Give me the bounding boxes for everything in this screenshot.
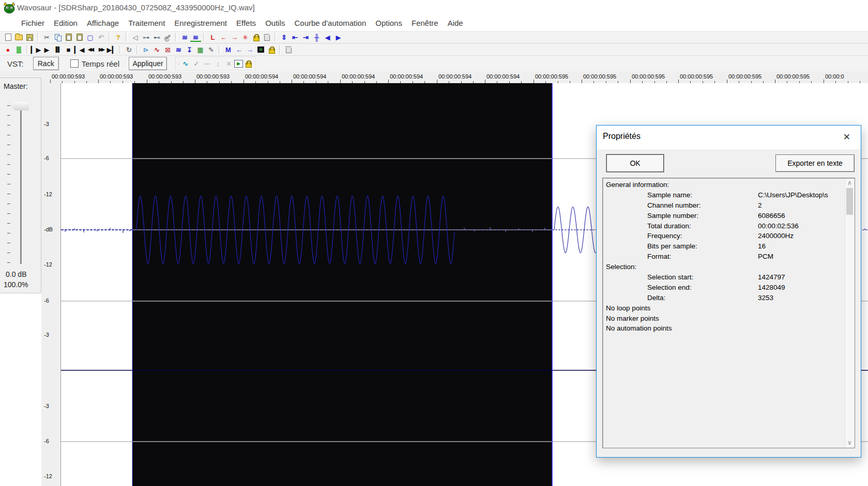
automation-updown-icon[interactable]: ↕ [212,59,223,68]
cut-icon[interactable]: ✂ [41,33,52,42]
analysis-curve-icon[interactable]: ∿ [151,45,162,54]
menu-item-enregistrement[interactable]: Enregistrement [170,17,232,29]
toolbar-separator [37,33,39,41]
delete-markers-icon[interactable] [283,45,294,54]
loop-L-icon[interactable]: L [207,33,218,42]
loop-playback-icon[interactable]: ↻ [124,45,134,54]
timeline-tick [147,80,147,83]
file-delete-icon[interactable]: ⊠ [162,45,173,54]
paste-new-icon[interactable] [74,33,85,42]
view-prev-icon[interactable]: ◀ [322,33,333,42]
ok-button[interactable]: OK [606,154,664,172]
dialog-title-bar[interactable]: Propriétés ✕ [597,126,861,149]
menu-item-outils[interactable]: Outils [261,17,290,29]
go-to-end-icon[interactable]: ▶▎ [106,45,117,54]
export-text-button[interactable]: Exporter en texte [775,154,855,172]
wave-down-icon[interactable]: ↧ [184,45,195,54]
menu-item-fichier[interactable]: Fichier [17,17,49,29]
marker-prev-icon[interactable]: ← [234,45,245,54]
close-icon[interactable]: ✕ [840,131,854,144]
menu-item-edition[interactable]: Edition [49,17,82,29]
properties-list[interactable]: General information:Sample name:C:\Users… [602,178,855,448]
timeline-tick [340,80,341,83]
scroll-thumb[interactable] [846,188,853,215]
rack-button[interactable]: Rack [33,57,59,70]
lock-markers-icon[interactable] [266,45,277,54]
new-file-icon[interactable] [3,33,13,42]
marker-M-icon[interactable]: M [223,45,234,54]
automation-close-icon[interactable]: ✕ [223,59,234,68]
db-scale-label: -12 [44,261,54,268]
stop-icon[interactable]: ■ [63,45,74,54]
property-row: Total duration:00:00:02:536 [604,222,844,232]
play-from-start-icon[interactable]: ▎▶ [31,45,41,54]
automation-curve-icon[interactable]: ∿ [180,59,191,68]
loop-end-arrow-icon[interactable]: → [229,33,240,42]
wrench-icon[interactable] [162,33,173,42]
view-next-icon[interactable]: ▶ [333,33,344,42]
zoom-vertical-icon[interactable]: ⇕ [279,33,290,42]
menu-item-effets[interactable]: Effets [232,17,261,29]
title-bar[interactable]: Wavosaur - [SDRSharp_20180430_072508Z_43… [0,0,868,15]
zoom-selection-icon[interactable]: ╫ [311,33,322,42]
undo-icon[interactable]: ↶ [96,33,106,42]
master-slider-handle[interactable] [11,102,29,111]
statistics-grid-icon[interactable]: ▦ [195,45,206,54]
node-chain-icon[interactable]: ⊷ [151,33,162,42]
realtime-checkbox[interactable] [70,59,79,68]
fast-forward-icon[interactable]: ▶▶ [96,45,106,54]
level-meter-icon[interactable] [13,45,24,54]
pencil-icon[interactable]: ✎ [206,45,217,54]
pause-icon[interactable]: ▌▌ [52,45,63,54]
menu-item-traitement[interactable]: Traitement [124,17,170,29]
lock-loop-icon[interactable] [251,33,262,42]
copy-icon[interactable] [52,33,63,42]
scroll-down-icon[interactable]: ∨ [845,438,854,447]
timeline-ruler[interactable]: 00:00:00:59300:00:00:59300:00:00:59300:0… [0,71,868,84]
automation-play-icon[interactable]: ▶ [234,60,243,68]
automation-dots-icon[interactable]: ⋯ [202,59,212,68]
menu-item-options[interactable]: Options [371,17,407,29]
open-folder-icon[interactable] [13,33,24,42]
automation-lock-icon[interactable] [243,59,254,68]
lock-markers-icon [269,49,275,54]
wave-markers-icon[interactable]: ≋ [173,45,184,54]
scrollbar[interactable]: ∧ ∨ [845,179,854,447]
scroll-up-icon[interactable]: ∧ [845,179,854,187]
automation-check-icon[interactable]: ✓ [191,59,202,68]
property-row: Sample number:6086656 [604,212,844,222]
speaker-icon[interactable]: ◁ [130,33,141,42]
record-icon[interactable]: ● [3,45,13,54]
wave-view-alt-icon[interactable]: ≋ [190,33,201,42]
selection-rect-icon[interactable]: ▢ [85,33,96,42]
wave-view-icon[interactable]: ≋ [179,33,190,42]
master-tick [7,194,10,194]
insert-file-icon[interactable]: ⊳ [141,45,151,54]
property-row: Delta:3253 [604,294,844,304]
apply-button[interactable]: Appliquer [129,57,167,70]
master-slider-track[interactable] [20,104,22,264]
property-label: Selection: [606,263,636,271]
delete-loop-icon[interactable] [262,33,272,42]
help-icon[interactable]: ? [113,33,124,42]
zoom-out-wave-icon[interactable]: ⇥ [300,33,311,42]
menu-item-aide[interactable]: Aide [443,17,468,29]
timeline-label: 00:00:0 [825,73,844,80]
paste-icon[interactable] [63,33,74,42]
node-link-icon[interactable]: ⊶ [141,33,151,42]
db-scale-label: -3 [44,121,54,127]
clear-loop-icon[interactable]: ✳ [240,33,251,42]
go-to-start-icon[interactable]: ▎◀ [74,45,85,54]
loop-start-arrow-icon[interactable]: ← [218,33,229,42]
menu-item-affichage[interactable]: Affichage [82,17,124,29]
play-icon[interactable]: ▶ [41,45,52,54]
toolbar-separator [279,45,281,54]
marker-next-icon[interactable]: → [245,45,255,54]
save-floppy-icon[interactable] [24,33,35,42]
marker-wave-icon[interactable]: ≋ [255,45,266,54]
property-row: No marker points [604,315,844,325]
rewind-icon[interactable]: ◀◀ [85,45,96,54]
menu-item-fen-tre[interactable]: Fenêtre [407,17,443,29]
zoom-in-wave-icon[interactable]: ⇤ [290,33,300,42]
menu-item-courbe-d-automation[interactable]: Courbe d'automation [290,17,371,29]
